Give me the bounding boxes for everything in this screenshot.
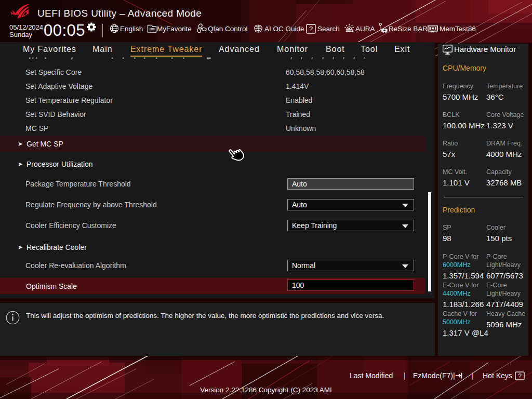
svg-text:?: ? — [518, 373, 522, 380]
svg-text:?: ? — [309, 25, 313, 33]
